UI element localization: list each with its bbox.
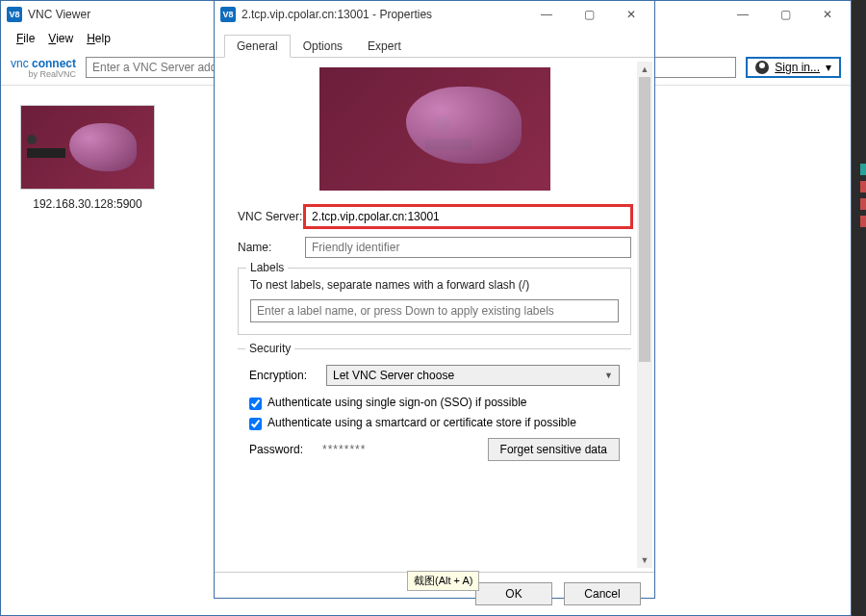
dialog-scrollbar[interactable]: ▲ ▼: [637, 62, 652, 568]
sso-checkbox[interactable]: [249, 398, 262, 410]
sign-in-label: Sign in...: [775, 61, 820, 74]
encryption-value: Let VNC Server choose: [333, 369, 454, 382]
connection-card[interactable]: 192.168.30.128:5900: [20, 105, 155, 211]
forget-sensitive-data-button[interactable]: Forget sensitive data: [488, 438, 620, 461]
cancel-button[interactable]: Cancel: [564, 582, 641, 605]
labels-legend: Labels: [246, 261, 288, 274]
dialog-minimize-button[interactable]: ―: [525, 1, 568, 28]
menu-view[interactable]: View: [42, 30, 79, 47]
dialog-footer: 截图(Alt + A) OK Cancel: [215, 572, 654, 614]
connection-address-label: 192.168.30.128:5900: [20, 197, 155, 211]
encryption-select[interactable]: Let VNC Server choose ▼: [326, 365, 620, 386]
connection-preview: [319, 67, 550, 191]
scrollbar-thumb[interactable]: [639, 77, 650, 362]
connection-thumbnail: [20, 105, 155, 190]
vnc-connect-logo: vnc connect by RealVNC: [11, 55, 76, 79]
labels-fieldset: Labels To nest labels, separate names wi…: [238, 268, 631, 335]
password-mask: ********: [322, 443, 469, 456]
dialog-titlebar: V8 2.tcp.vip.cpolar.cn:13001 - Propertie…: [215, 1, 654, 28]
menu-help[interactable]: Help: [81, 30, 116, 47]
maximize-button[interactable]: ▢: [764, 1, 806, 28]
tab-general[interactable]: General: [224, 35, 291, 58]
chevron-down-icon: ▾: [826, 61, 831, 74]
sso-label: Authenticate using single sign-on (SSO) …: [267, 396, 526, 409]
properties-dialog: V8 2.tcp.vip.cpolar.cn:13001 - Propertie…: [214, 0, 655, 599]
scroll-down-icon[interactable]: ▼: [637, 552, 652, 568]
minimize-button[interactable]: ―: [722, 1, 764, 28]
scroll-up-icon[interactable]: ▲: [637, 62, 652, 77]
security-legend: Security: [245, 342, 294, 355]
security-fieldset: Security Encryption: Let VNC Server choo…: [238, 348, 631, 473]
dialog-body: VNC Server: Name: Labels To nest labels,…: [215, 58, 654, 572]
tab-bar: General Options Expert: [215, 28, 654, 58]
menu-file[interactable]: File: [11, 30, 40, 47]
labels-input[interactable]: [250, 299, 619, 322]
password-label: Password:: [249, 443, 303, 456]
smartcard-checkbox[interactable]: [249, 418, 262, 430]
sign-in-button[interactable]: Sign in... ▾: [746, 57, 841, 78]
tab-expert[interactable]: Expert: [355, 35, 414, 58]
dialog-close-button[interactable]: ✕: [610, 1, 652, 28]
close-button[interactable]: ✕: [806, 1, 849, 28]
vnc-server-label: VNC Server:: [238, 210, 305, 223]
dialog-maximize-button[interactable]: ▢: [568, 1, 610, 28]
name-label: Name:: [238, 241, 305, 254]
ok-button[interactable]: OK: [475, 582, 552, 605]
app-icon: V8: [7, 7, 22, 22]
name-input[interactable]: [305, 237, 631, 258]
app-icon: V8: [220, 7, 236, 22]
background-editor-stripes: [860, 164, 866, 549]
smartcard-label: Authenticate using a smartcard or certif…: [267, 416, 576, 429]
dialog-title: 2.tcp.vip.cpolar.cn:13001 - Properties: [242, 8, 525, 21]
encryption-label: Encryption:: [249, 369, 326, 382]
screenshot-tooltip: 截图(Alt + A): [407, 571, 479, 591]
vnc-server-input[interactable]: [305, 206, 631, 227]
chevron-down-icon: ▼: [604, 371, 613, 380]
user-icon: [755, 61, 769, 74]
labels-hint: To nest labels, separate names with a fo…: [250, 278, 619, 292]
tab-options[interactable]: Options: [291, 35, 355, 58]
